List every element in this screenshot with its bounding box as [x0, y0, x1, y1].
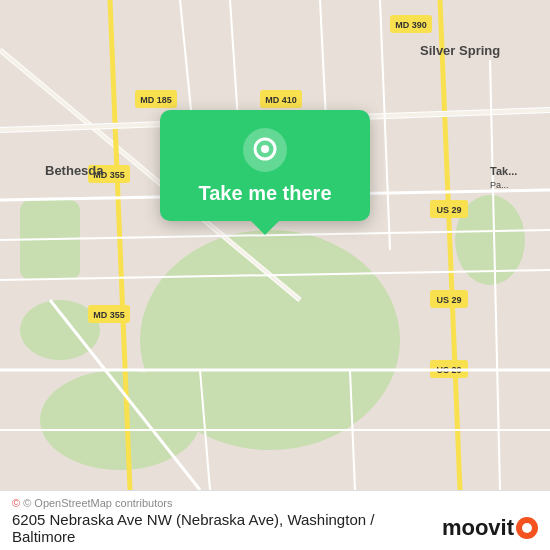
svg-point-49 — [261, 145, 269, 153]
svg-text:Tak...: Tak... — [490, 165, 517, 177]
address-text: 6205 Nebraska Ave NW (Nebraska Ave), Was… — [12, 511, 434, 545]
svg-text:MD 390: MD 390 — [395, 20, 427, 30]
moovit-text: moovit — [442, 515, 514, 541]
moovit-logo: moovit — [442, 515, 538, 541]
moovit-dot-inner — [522, 523, 532, 533]
take-me-there-label: Take me there — [198, 182, 331, 205]
svg-text:Silver Spring: Silver Spring — [420, 43, 500, 58]
svg-text:MD 410: MD 410 — [265, 95, 297, 105]
svg-text:US 29: US 29 — [436, 295, 461, 305]
svg-text:MD 185: MD 185 — [140, 95, 172, 105]
svg-text:US 29: US 29 — [436, 205, 461, 215]
map-attribution: © © OpenStreetMap contributors — [12, 497, 538, 509]
svg-text:MD 355: MD 355 — [93, 310, 125, 320]
svg-text:Bethesda: Bethesda — [45, 163, 104, 178]
address-bar: 6205 Nebraska Ave NW (Nebraska Ave), Was… — [12, 511, 538, 545]
take-me-there-popup[interactable]: Take me there — [160, 110, 370, 221]
moovit-dot-icon — [516, 517, 538, 539]
footer: © © OpenStreetMap contributors 6205 Nebr… — [0, 490, 550, 550]
svg-point-2 — [40, 370, 200, 470]
svg-text:Pa...: Pa... — [490, 180, 509, 190]
map-background: MD 355 MD 355 US 29 US 29 US 29 MD 410 M… — [0, 0, 550, 490]
map-container: MD 355 MD 355 US 29 US 29 US 29 MD 410 M… — [0, 0, 550, 490]
location-pin-icon — [243, 128, 287, 172]
